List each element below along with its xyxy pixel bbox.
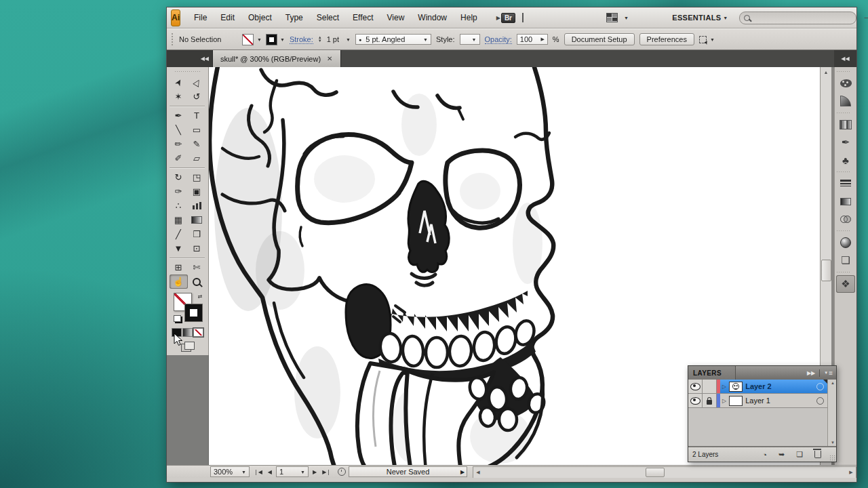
free-transform-tool[interactable]: ▣ <box>188 184 206 199</box>
dock-group-grip[interactable] <box>836 230 851 232</box>
scroll-left-icon[interactable]: ◀ <box>473 470 483 475</box>
swatches-panel[interactable] <box>836 116 855 134</box>
panel-resize-grip[interactable] <box>829 455 835 461</box>
mesh-tool[interactable]: ▦ <box>170 213 188 227</box>
layer-thumbnail[interactable] <box>729 396 743 406</box>
search-input[interactable] <box>753 13 852 22</box>
appearance-panel[interactable] <box>836 234 855 251</box>
scale-tool[interactable]: ◳ <box>188 170 206 184</box>
pencil-tool[interactable]: ✎ <box>188 137 206 151</box>
fill-stroke-indicator[interactable]: ⇄ <box>174 293 202 321</box>
preferences-button[interactable]: Preferences <box>639 33 694 45</box>
opacity-link[interactable]: Opacity: <box>485 35 512 44</box>
make-clipping-mask-button[interactable]: ◔ <box>762 451 767 459</box>
gradient-panel[interactable] <box>836 192 855 210</box>
layer-thumbnail[interactable] <box>729 382 743 392</box>
layer-target-icon[interactable] <box>816 397 824 405</box>
toolbar-collapse-button[interactable]: ◀◀ <box>167 50 213 67</box>
previous-artboard-button[interactable]: ◀ <box>267 469 273 475</box>
menu-effect[interactable]: Effect <box>346 11 380 24</box>
magic-wand-tool[interactable]: ✶ <box>170 89 188 104</box>
layers-panel-header[interactable]: LAYERS ▶▶ ▼≡ <box>688 366 836 380</box>
layers-scrollbar[interactable]: ▲ ▼ <box>827 380 836 446</box>
selection-tool[interactable]: ➤ <box>170 75 188 89</box>
blob-brush-tool[interactable]: ✐ <box>170 151 188 165</box>
rectangle-tool[interactable]: ▭ <box>188 123 206 137</box>
dock-collapse-button[interactable]: ◀◀ <box>834 50 856 67</box>
eraser-tool[interactable]: ▱ <box>188 151 206 165</box>
transparency-panel[interactable] <box>836 210 855 228</box>
drawing-modes-button[interactable] <box>181 342 195 351</box>
brushes-panel[interactable]: ✒ <box>836 134 855 151</box>
layer-lock-toggle[interactable] <box>703 380 717 393</box>
layer-visibility-toggle[interactable] <box>688 394 703 407</box>
artboard-number-select[interactable]: 1 ▼ <box>276 466 309 477</box>
vertical-scrollbar-thumb[interactable] <box>821 260 831 281</box>
artboard-tool[interactable]: ⊞ <box>170 260 188 274</box>
layers-panel-button[interactable]: ❖ <box>836 275 855 293</box>
pen-tool[interactable]: ✒ <box>170 108 188 123</box>
scroll-right-icon[interactable]: ▶ <box>846 470 856 475</box>
stroke-weight-value[interactable]: 1 pt <box>327 35 339 43</box>
dock-group-grip[interactable] <box>836 112 851 115</box>
document-tab-close-icon[interactable]: ✕ <box>327 55 332 62</box>
stroke-link[interactable]: Stroke: <box>290 35 313 44</box>
workspace-switcher[interactable]: ▼ ESSENTIALS ▼ <box>606 13 728 22</box>
panel-expand-icon[interactable]: ▶▶ <box>807 370 815 376</box>
hand-tool[interactable]: ☝ <box>170 274 188 289</box>
layer-row[interactable]: ▷Layer 1 <box>688 394 836 408</box>
scroll-up-icon[interactable]: ▲ <box>821 67 831 77</box>
menu-window[interactable]: Window <box>411 11 454 24</box>
direct-selection-tool[interactable]: ▷ <box>188 75 206 89</box>
layer-name[interactable]: Layer 1 <box>745 396 814 405</box>
layers-panel-tab[interactable]: LAYERS <box>688 366 736 380</box>
stroke-weight-caret-icon[interactable]: ▼ <box>346 37 351 42</box>
dock-group-grip[interactable] <box>836 271 851 274</box>
layer-disclosure-icon[interactable]: ▷ <box>722 384 726 390</box>
live-paint-selection-tool[interactable]: ⊡ <box>188 241 206 256</box>
color-panel[interactable] <box>836 75 855 92</box>
last-artboard-button[interactable]: ▶❘ <box>321 469 332 475</box>
select-similar-button[interactable]: ▼ <box>699 36 715 43</box>
brush-definition-select[interactable]: ● 5 pt. Angled ▼ <box>355 34 431 45</box>
status-flyout-icon[interactable]: ▶ <box>460 469 465 475</box>
control-bar-grip[interactable] <box>171 33 174 46</box>
horizontal-scrollbar-thumb[interactable] <box>646 468 665 477</box>
eyedropper-tool[interactable]: ╱ <box>170 227 188 241</box>
layer-name[interactable]: Layer 2 <box>745 382 814 390</box>
zoom-tool[interactable] <box>188 274 206 289</box>
stroke-swatch-black-icon[interactable] <box>185 304 202 321</box>
live-paint-bucket-tool[interactable]: ▼ <box>170 241 188 256</box>
stroke-color-control[interactable]: ▼ <box>267 35 285 45</box>
color-button[interactable] <box>172 328 182 337</box>
launch-bridge-button[interactable]: ▶ Br <box>496 13 515 23</box>
column-graph-tool[interactable] <box>188 199 206 213</box>
rotate-tool[interactable]: ↻ <box>170 170 188 184</box>
arrange-documents-icon[interactable] <box>522 13 524 22</box>
create-new-layer-button[interactable]: ❏ <box>796 450 803 459</box>
fill-color-control[interactable]: ▼ <box>242 34 262 45</box>
next-artboard-button[interactable]: ▶ <box>311 469 318 475</box>
layer-lock-toggle[interactable] <box>703 394 717 407</box>
layers-scroll-down-icon[interactable]: ▼ <box>831 441 835 445</box>
menu-file[interactable]: File <box>187 11 214 24</box>
gradient-tool[interactable] <box>188 213 206 227</box>
panel-menu-icon[interactable]: ▼≡ <box>819 369 833 377</box>
color-guide-panel[interactable] <box>836 92 855 110</box>
search-box[interactable] <box>739 12 856 24</box>
document-setup-button[interactable]: Document Setup <box>564 33 635 45</box>
menu-select[interactable]: Select <box>310 11 346 24</box>
layer-row-body[interactable]: ▷Layer 1 <box>720 394 828 407</box>
swap-fill-stroke-icon[interactable]: ⇄ <box>198 293 203 300</box>
default-fill-stroke-icon[interactable] <box>174 315 181 322</box>
width-tool[interactable]: ✑ <box>170 184 188 199</box>
minimize-button[interactable]: – <box>865 13 868 22</box>
toolbox-grip[interactable] <box>174 70 201 73</box>
layer-visibility-toggle[interactable] <box>688 380 703 393</box>
dock-group-grip[interactable] <box>836 70 851 73</box>
blend-tool[interactable]: ❒ <box>188 227 206 241</box>
zoom-level-select[interactable]: 300% ▼ <box>210 466 250 477</box>
stroke-weight-stepper[interactable]: ▲▼ <box>318 36 322 43</box>
paintbrush-tool[interactable]: ✏ <box>170 137 188 151</box>
menu-help[interactable]: Help <box>454 11 484 24</box>
